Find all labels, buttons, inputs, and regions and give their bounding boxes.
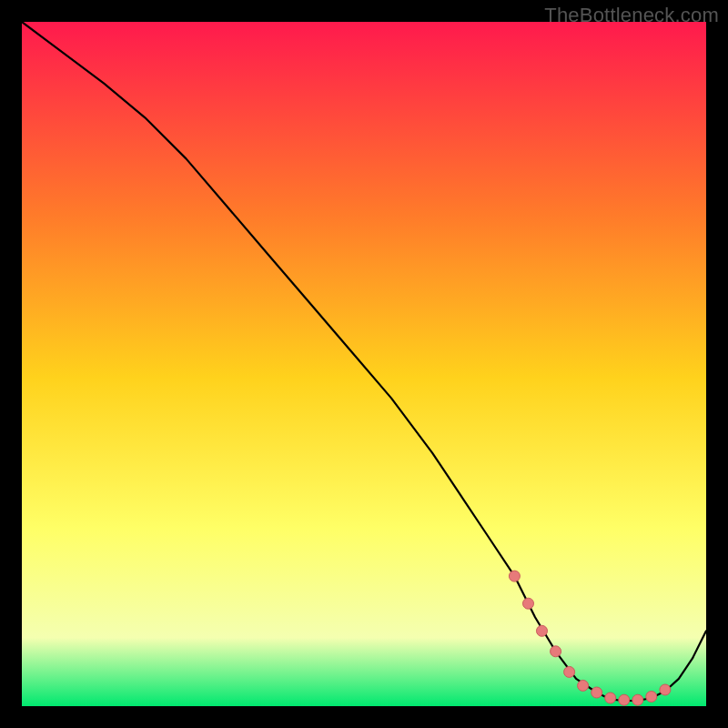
fit-marker (564, 666, 575, 677)
watermark-text: TheBottleneck.com (544, 4, 719, 27)
fit-marker (646, 692, 657, 703)
gradient-background (22, 22, 706, 706)
fit-marker (523, 598, 534, 609)
plot-area (22, 22, 706, 706)
fit-marker (537, 625, 548, 636)
fit-marker (592, 687, 602, 698)
fit-marker (605, 693, 616, 703)
fit-marker (632, 694, 643, 705)
fit-marker (578, 680, 589, 691)
plot-svg (22, 22, 706, 706)
fit-marker (619, 694, 630, 705)
fit-marker (509, 571, 520, 581)
fit-marker (551, 646, 561, 657)
fit-marker (660, 684, 671, 695)
chart-frame: TheBottleneck.com (0, 0, 728, 728)
